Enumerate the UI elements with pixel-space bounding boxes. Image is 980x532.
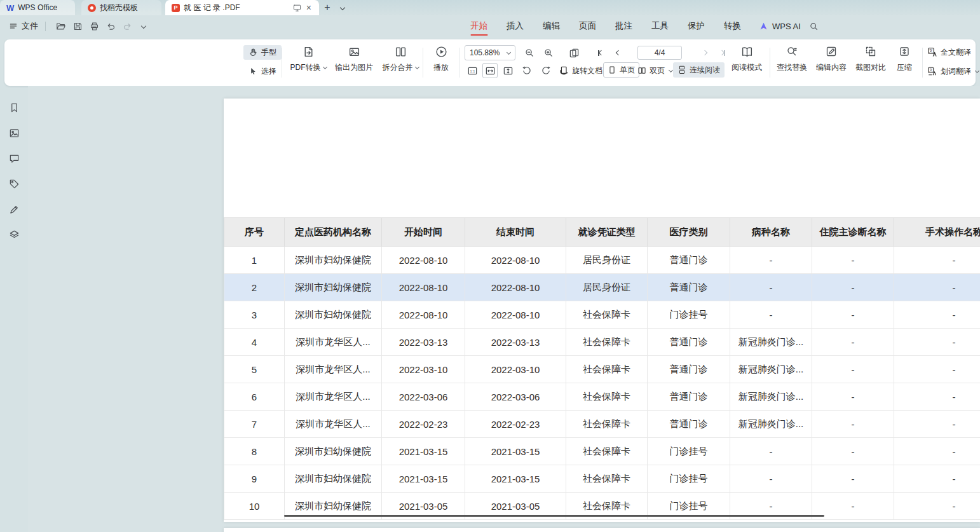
screenshot-compare-button[interactable]: 截图对比 [852, 44, 889, 72]
document-viewport[interactable]: 序号定点医药机构名称开始时间结束时间就诊凭证类型医疗类别病种名称住院主诊断名称手… [28, 86, 980, 532]
quick-tools-dropdown[interactable] [136, 18, 151, 34]
play-button[interactable]: 播放 [426, 44, 456, 72]
find-replace-button[interactable]: 查找替换 [773, 44, 810, 72]
menu-tab-保护[interactable]: 保护 [688, 15, 705, 37]
table-cell: 7 [224, 411, 285, 438]
fit-page-button[interactable] [500, 63, 515, 78]
table-cell: - [730, 247, 812, 274]
zoom-in-icon [543, 48, 554, 58]
file-menu-button[interactable]: 文件 [9, 20, 38, 32]
table-cell: 深圳市妇幼保健院 [285, 247, 382, 274]
menu-tab-页面[interactable]: 页面 [579, 15, 596, 37]
table-cell: 2022-02-23 [465, 411, 566, 438]
double-page-button[interactable]: 双页 [637, 63, 672, 78]
word-translate-button[interactable]: 文 划词翻译 [927, 64, 979, 79]
table-cell: 新冠肺炎门诊... [730, 356, 812, 383]
chevron-down-icon [141, 24, 146, 29]
table-cell: 社会保障卡 [566, 411, 648, 438]
rotate-left-button[interactable] [519, 63, 534, 78]
chevron-down-icon [322, 65, 327, 69]
file-menu-label: 文件 [22, 20, 38, 32]
tab-list-dropdown[interactable] [336, 0, 350, 15]
table-cell: 深圳市妇幼保健院 [285, 465, 382, 493]
wps-ai-button[interactable]: WPS AI [759, 15, 801, 37]
table-cell: 2022-03-10 [465, 356, 566, 383]
monitor-icon[interactable] [293, 4, 301, 12]
table-cell: - [730, 274, 812, 301]
play-icon [435, 46, 447, 58]
zoom-out-button[interactable] [522, 45, 537, 60]
pdf-next-page[interactable] [224, 528, 980, 532]
continuous-read-button[interactable]: 连续阅读 [673, 62, 725, 78]
full-translate-button[interactable]: 文 全文翻译 [927, 44, 971, 60]
table-cell: 居民身份证 [566, 274, 648, 301]
read-mode-button[interactable]: 阅读模式 [729, 44, 765, 72]
menu-search-button[interactable] [806, 18, 821, 34]
table-cell: - [812, 274, 894, 301]
redo-button[interactable] [119, 18, 135, 34]
menu-tab-工具[interactable]: 工具 [651, 15, 669, 37]
actual-size-button[interactable]: 1:1 [465, 63, 480, 78]
comment-panel-button[interactable] [6, 151, 22, 166]
split-merge-button[interactable]: 拆分合并 [379, 44, 421, 72]
close-tab-button[interactable]: × [305, 3, 313, 12]
tab-wps-office-label: WPS Office [18, 3, 57, 12]
menu-tab-插入[interactable]: 插入 [507, 15, 524, 37]
open-file-button[interactable] [53, 18, 69, 34]
print-button[interactable] [86, 18, 102, 34]
previous-page-button[interactable] [611, 45, 626, 60]
table-cell: 2022-08-10 [382, 301, 465, 329]
first-page-button[interactable] [593, 45, 608, 60]
tab-document-active[interactable]: P 就 医 记 录 .PDF × [165, 0, 319, 15]
pdf-page[interactable]: 序号定点医药机构名称开始时间结束时间就诊凭证类型医疗类别病种名称住院主诊断名称手… [224, 99, 980, 522]
edit-content-button[interactable]: 编辑内容 [813, 44, 850, 72]
table-header-cell: 病种名称 [730, 218, 812, 247]
single-page-button[interactable]: 单页 [603, 62, 639, 78]
compress-button[interactable]: 压缩 [890, 44, 918, 72]
table-cell: - [894, 301, 980, 329]
menu-tab-编辑[interactable]: 编辑 [543, 15, 560, 37]
new-tab-button[interactable]: + [319, 0, 336, 15]
last-page-button[interactable] [715, 45, 730, 60]
select-tool-button[interactable]: 选择 [243, 64, 282, 79]
menu-tab-转换[interactable]: 转换 [724, 15, 741, 37]
table-row: 7深圳市龙华区人...2022-02-232022-02-23社会保障卡普通门诊… [224, 411, 980, 438]
table-cell: 2021-03-15 [465, 438, 566, 465]
actual-size-icon: 1:1 [467, 65, 478, 76]
table-cell: 社会保障卡 [566, 301, 648, 329]
table-header-row: 序号定点医药机构名称开始时间结束时间就诊凭证类型医疗类别病种名称住院主诊断名称手… [224, 218, 980, 247]
table-header-cell: 开始时间 [382, 218, 465, 247]
menu-tab-批注[interactable]: 批注 [615, 15, 632, 37]
tab-docer-templates[interactable]: 找稻壳模板 [81, 0, 161, 15]
compress-label: 压缩 [897, 62, 912, 73]
pdf-convert-button[interactable]: PDF转换 [288, 44, 329, 72]
tab-docer-label: 找稻壳模板 [100, 3, 138, 13]
pdf-convert-icon [303, 46, 315, 58]
rotate-right-button[interactable] [538, 63, 554, 78]
menu-tab-开始[interactable]: 开始 [470, 15, 487, 37]
thumbnail-panel-button[interactable] [6, 125, 22, 140]
bookmark-panel-button[interactable] [6, 100, 22, 115]
signature-panel-button[interactable] [6, 201, 22, 217]
fit-width-button[interactable] [482, 63, 498, 78]
page-number-input[interactable] [637, 46, 682, 60]
zoom-in-button[interactable] [541, 45, 556, 60]
ribbon-divider [423, 48, 423, 78]
fit-page-icon [503, 65, 514, 76]
tab-wps-office[interactable]: W WPS Office [0, 0, 75, 15]
table-cell: - [730, 438, 812, 465]
save-button[interactable] [70, 18, 85, 34]
table-cell: 门诊挂号 [648, 301, 730, 329]
export-image-button[interactable]: 输出为图片 [331, 44, 377, 72]
undo-button[interactable] [103, 18, 118, 34]
table-cell: 2022-08-10 [382, 274, 465, 301]
next-page-button[interactable] [697, 45, 712, 60]
fit-window-button[interactable] [566, 45, 582, 60]
table-cell: 6 [224, 383, 285, 411]
svg-text:文: 文 [929, 48, 933, 53]
layers-panel-button[interactable] [6, 227, 22, 242]
hand-tool-button[interactable]: 手型 [243, 45, 282, 60]
rotate-document-button[interactable]: 旋转文档 [559, 63, 602, 78]
zoom-level-select[interactable]: 105.88% [465, 45, 515, 60]
annotation-panel-button[interactable] [6, 176, 22, 191]
